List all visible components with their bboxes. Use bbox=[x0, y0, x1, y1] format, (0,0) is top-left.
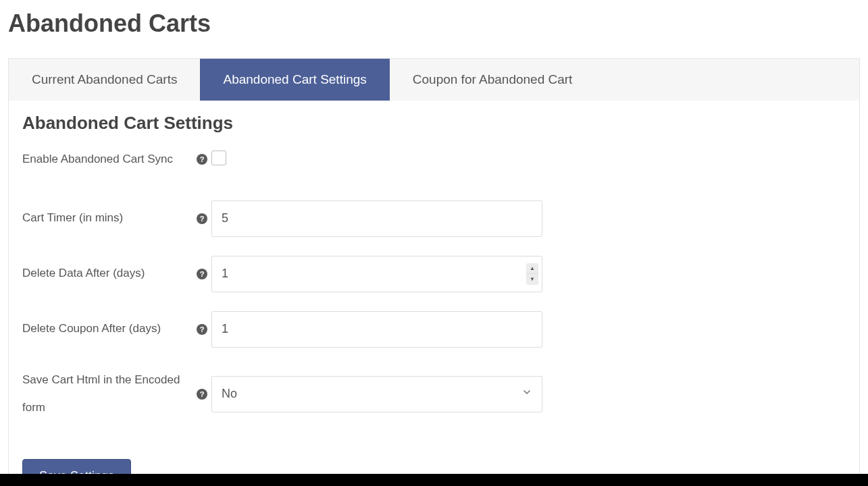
help-icon[interactable]: ? bbox=[197, 154, 207, 165]
label-delete-coupon-after: Delete Coupon After (days) bbox=[22, 315, 197, 343]
spinner-down-icon[interactable]: ▼ bbox=[526, 274, 538, 285]
input-delete-coupon-after[interactable] bbox=[211, 311, 542, 348]
section-title: Abandoned Cart Settings bbox=[22, 113, 846, 134]
tab-abandoned-cart-settings[interactable]: Abandoned Cart Settings bbox=[200, 59, 389, 101]
help-icon[interactable]: ? bbox=[197, 213, 207, 224]
tab-coupon-for-abandoned-cart[interactable]: Coupon for Abandoned Cart bbox=[390, 59, 596, 101]
select-save-cart-html[interactable]: No bbox=[211, 376, 542, 412]
input-cart-timer[interactable] bbox=[211, 200, 542, 237]
help-icon[interactable]: ? bbox=[197, 324, 207, 335]
checkbox-enable-sync[interactable] bbox=[211, 151, 226, 165]
row-enable-sync: Enable Abandoned Cart Sync ? bbox=[22, 146, 846, 173]
label-enable-sync: Enable Abandoned Cart Sync bbox=[22, 146, 197, 173]
chevron-down-icon bbox=[521, 387, 532, 401]
control-enable-sync bbox=[211, 151, 226, 168]
label-cart-timer: Cart Timer (in mins) bbox=[22, 205, 197, 232]
input-delete-data-after[interactable] bbox=[211, 256, 542, 292]
label-delete-data-after: Delete Data After (days) bbox=[22, 260, 197, 288]
spinner-up-icon[interactable]: ▲ bbox=[526, 263, 538, 274]
row-save-cart-html: Save Cart Html in the Encoded form ? No bbox=[22, 367, 846, 422]
label-save-cart-html: Save Cart Html in the Encoded form bbox=[22, 367, 197, 422]
row-delete-coupon-after: Delete Coupon After (days) ? bbox=[22, 311, 846, 348]
help-icon[interactable]: ? bbox=[197, 389, 207, 400]
page-title: Abandoned Carts bbox=[8, 9, 860, 38]
footer-strip bbox=[0, 474, 868, 486]
tab-bar: Current Abandoned Carts Abandoned Cart S… bbox=[8, 58, 860, 101]
row-cart-timer: Cart Timer (in mins) ? bbox=[22, 200, 846, 237]
help-icon[interactable]: ? bbox=[197, 269, 207, 279]
number-spinner: ▲ ▼ bbox=[526, 263, 538, 285]
settings-panel: Abandoned Cart Settings Enable Abandoned… bbox=[8, 101, 860, 486]
select-value: No bbox=[222, 387, 237, 401]
tab-current-abandoned-carts[interactable]: Current Abandoned Carts bbox=[9, 59, 200, 101]
row-delete-data-after: Delete Data After (days) ? ▲ ▼ bbox=[22, 256, 846, 292]
